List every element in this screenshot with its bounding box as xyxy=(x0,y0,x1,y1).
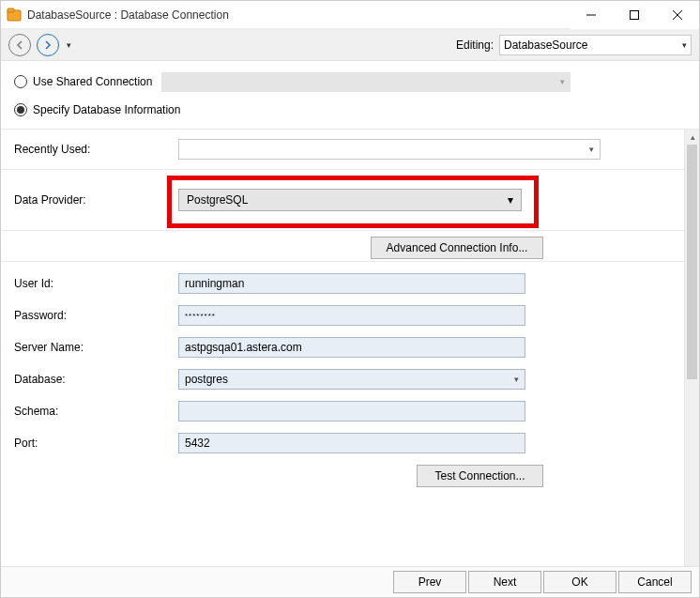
close-button[interactable] xyxy=(656,1,699,29)
port-label: Port: xyxy=(14,437,178,450)
server-name-input[interactable]: astpgsqa01.astera.com xyxy=(178,337,525,358)
minimize-button[interactable] xyxy=(570,1,613,29)
editing-label: Editing: xyxy=(456,38,494,52)
password-input[interactable]: ******** xyxy=(178,305,525,326)
server-name-label: Server Name: xyxy=(14,341,178,354)
prev-button[interactable]: Prev xyxy=(393,571,466,593)
toolbar: ▾ Editing: DatabaseSource ▾ xyxy=(1,29,699,61)
nav-forward-button[interactable] xyxy=(37,34,59,56)
user-id-label: User Id: xyxy=(14,277,178,290)
data-provider-select[interactable]: PostgreSQL ▾ xyxy=(178,189,522,211)
chevron-down-icon: ▾ xyxy=(682,40,687,50)
cancel-button[interactable]: Cancel xyxy=(618,571,692,593)
data-provider-value: PostgreSQL xyxy=(187,193,248,207)
cancel-label: Cancel xyxy=(637,575,672,589)
window-title: DatabaseSource : Database Connection xyxy=(27,8,229,22)
data-provider-label: Data Provider: xyxy=(14,193,178,207)
nav-back-button[interactable] xyxy=(8,34,31,56)
advanced-connection-button[interactable]: Advanced Connection Info... xyxy=(371,237,543,259)
ok-button[interactable]: OK xyxy=(543,571,616,593)
ok-label: OK xyxy=(571,575,587,589)
use-shared-label: Use Shared Connection xyxy=(33,75,152,88)
test-connection-button[interactable]: Test Connection... xyxy=(417,465,543,487)
port-input[interactable]: 5432 xyxy=(178,433,525,453)
use-shared-radio[interactable] xyxy=(14,75,27,88)
recently-used-label: Recently Used: xyxy=(14,143,178,156)
editing-select[interactable]: DatabaseSource ▾ xyxy=(499,35,692,55)
prev-label: Prev xyxy=(418,575,442,589)
test-connection-label: Test Connection... xyxy=(434,469,525,483)
maximize-button[interactable] xyxy=(613,1,656,29)
specify-db-label: Specify Database Information xyxy=(33,103,180,116)
advanced-connection-label: Advanced Connection Info... xyxy=(387,241,528,254)
schema-input[interactable] xyxy=(178,401,525,422)
title-bar: DatabaseSource : Database Connection xyxy=(1,1,699,29)
database-select[interactable]: postgres ▾ xyxy=(178,369,525,390)
password-label: Password: xyxy=(14,309,178,322)
scroll-up-arrow[interactable]: ▴ xyxy=(685,130,700,145)
nav-history-dropdown[interactable]: ▾ xyxy=(67,40,71,50)
shared-connection-select[interactable]: ▾ xyxy=(161,72,571,92)
connection-mode-section: Use Shared Connection ▾ Specify Database… xyxy=(1,61,699,130)
next-button[interactable]: Next xyxy=(468,571,541,593)
recently-used-select[interactable]: ▾ xyxy=(178,139,601,160)
chevron-down-icon: ▾ xyxy=(514,375,519,384)
specify-db-radio[interactable] xyxy=(14,103,27,116)
next-label: Next xyxy=(494,575,517,589)
app-icon xyxy=(7,8,22,23)
password-value: ******** xyxy=(185,312,216,320)
vertical-scrollbar[interactable]: ▴ ▾ xyxy=(684,130,699,596)
editing-select-value: DatabaseSource xyxy=(504,38,587,52)
database-value: postgres xyxy=(185,373,228,386)
svg-rect-3 xyxy=(631,10,639,19)
form-area: Recently Used: ▾ Data Provider: PostgreS… xyxy=(1,130,699,596)
schema-label: Schema: xyxy=(14,405,178,418)
chevron-down-icon: ▾ xyxy=(560,77,565,86)
server-name-value: astpgsqa01.astera.com xyxy=(185,341,302,354)
dialog-footer: Prev Next OK Cancel xyxy=(1,566,699,596)
user-id-value: runningman xyxy=(185,277,244,290)
scroll-thumb[interactable] xyxy=(687,145,697,379)
chevron-down-icon: ▾ xyxy=(589,145,594,154)
chevron-down-icon: ▾ xyxy=(508,193,513,207)
database-label: Database: xyxy=(14,373,178,386)
svg-rect-1 xyxy=(8,8,14,12)
user-id-input[interactable]: runningman xyxy=(178,273,525,294)
port-value: 5432 xyxy=(185,437,210,450)
